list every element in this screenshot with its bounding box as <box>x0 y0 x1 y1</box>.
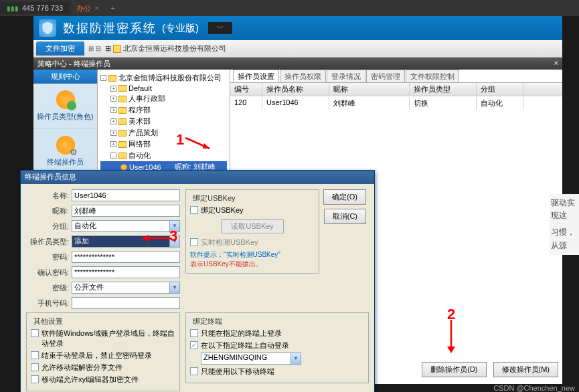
group-value: 自动化 <box>74 221 96 229</box>
tree-toggle-icon[interactable]: + <box>110 107 116 113</box>
dialog-titlebar[interactable]: 终端操作员信息 <box>21 171 374 184</box>
bottom-buttons: 删除操作员(D) 修改操作员(M) <box>422 362 558 377</box>
sidebar-item-1-label: 操作员类型(角色) <box>36 112 94 122</box>
col-group: 分组 <box>477 83 523 96</box>
toolbar-path: ⊞ 北京金恒博远科技股份有限公司 <box>105 43 226 54</box>
tab-operator-permissions[interactable]: 操作员权限 <box>280 70 326 82</box>
sidebar-item-operators[interactable]: 终端操作员 <box>33 129 97 175</box>
tree-label: 产品策划 <box>129 128 158 138</box>
modify-operator-button[interactable]: 修改操作员(M) <box>493 362 559 377</box>
tree-node[interactable]: +美术部 <box>100 116 227 127</box>
level-select[interactable]: 公开文件▼ <box>72 282 180 294</box>
bind-terminal-fieldset: 绑定终端 只能在指定的终端上登录 在以下指定终端上自动登录 ZHENGMINGQ… <box>185 312 369 383</box>
folder-icon <box>118 85 127 92</box>
chk1-label: 软件随Windows域账户登录域后，终端自动登录 <box>42 328 175 349</box>
tab-operator-settings[interactable]: 操作员设置 <box>233 70 279 82</box>
browser-tab-bar: ▮▮▮ 445 776 733 办公 × + <box>0 0 579 16</box>
bt-chk2-label: 在以下指定终端上自动登录 <box>201 340 289 351</box>
no-empty-pwd-checkbox[interactable] <box>31 351 39 359</box>
tree-toggle-icon[interactable]: - <box>110 153 116 159</box>
mobile-xyl-checkbox[interactable] <box>31 375 39 383</box>
only-terminal-checkbox[interactable] <box>190 329 198 337</box>
svg-marker-1 <box>203 143 210 149</box>
app-header: 数据防泄密系统 (专业版) ﹀ <box>33 16 562 40</box>
label-phone: 手机号码: <box>26 298 72 308</box>
tree-label: 程序部 <box>129 105 151 115</box>
label-alias: 昵称: <box>26 206 72 216</box>
level-value: 公开文件 <box>74 283 104 291</box>
folder-icon <box>118 141 127 148</box>
expand-icon[interactable]: ⊞ <box>105 44 111 53</box>
tree-node[interactable]: +Default <box>100 84 227 93</box>
folder-icon <box>113 45 121 53</box>
confirm-password-input[interactable] <box>72 266 180 278</box>
user-gear-icon <box>56 136 75 155</box>
col-id: 编号 <box>230 83 262 96</box>
tree-toggle-icon[interactable]: + <box>110 118 116 124</box>
app-title: 数据防泄密系统 <box>63 20 157 36</box>
tab-file-permissions[interactable]: 文件权限控制 <box>406 70 459 82</box>
folder-icon <box>108 75 116 82</box>
toolbar-tab-encrypt[interactable]: 文件加密 <box>36 41 84 56</box>
auto-login-terminal-checkbox[interactable] <box>190 341 198 349</box>
group-select[interactable]: 自动化▼ <box>72 220 180 232</box>
label-type: 操作员类型: <box>26 237 72 247</box>
tree-toggle-icon[interactable]: + <box>110 96 116 102</box>
tree-toggle-icon[interactable]: + <box>110 86 116 92</box>
arrow-1-icon <box>184 132 218 153</box>
side-text: 驱动实现这 习惯，从源 <box>550 194 579 255</box>
tree-node[interactable]: +人事行政部 <box>100 93 227 104</box>
tab-2-label: 办公 <box>76 3 91 13</box>
mobile-decrypt-checkbox[interactable] <box>31 363 39 371</box>
browser-tab-2[interactable]: 办公 × <box>70 1 105 15</box>
cell-group: 自动化 <box>477 97 523 110</box>
tree-node[interactable]: +程序部 <box>100 104 227 116</box>
bind-terminal-legend: 绑定终端 <box>190 316 225 326</box>
sidebar-item-roles[interactable]: 操作员类型(角色) <box>33 84 97 129</box>
tab-login-status[interactable]: 登录情况 <box>327 70 365 82</box>
cell-name: User1046 <box>262 97 329 110</box>
new-tab-button[interactable]: + <box>106 4 120 12</box>
cancel-button[interactable]: 取消(C) <box>324 209 366 224</box>
annotation-1: 1 <box>176 131 184 149</box>
delete-operator-button[interactable]: 删除操作员(D) <box>422 362 486 377</box>
phone-input[interactable] <box>72 297 180 309</box>
tree-toggle-icon[interactable]: + <box>110 130 116 136</box>
name-input[interactable] <box>72 189 180 201</box>
tree-toggle-icon[interactable]: - <box>100 75 106 81</box>
tree-label: 网络部 <box>129 139 151 149</box>
tree-root-label: 北京金恒博远科技股份有限公司 <box>118 73 222 83</box>
tree-toggle-icon[interactable]: + <box>110 141 116 147</box>
password-input[interactable] <box>72 251 180 263</box>
tree-label: 人事行政部 <box>129 94 165 104</box>
table-row[interactable]: 120 User1046 刘群峰 切换 自动化 <box>230 96 562 110</box>
tab-2-close-icon[interactable]: × <box>94 4 98 12</box>
bind-usbkey-checkbox[interactable] <box>190 206 198 214</box>
user-icon <box>120 164 127 171</box>
bt-chk3-label: 只能使用以下移动终端 <box>201 367 274 377</box>
header-dropdown[interactable]: ﹀ <box>208 22 232 34</box>
sidebar-item-2-label: 终端操作员 <box>36 157 94 167</box>
toolbar-expand-icons[interactable]: ⊞ ⊟ <box>88 45 101 52</box>
label-confirm: 确认密码: <box>26 268 72 278</box>
only-mobile-checkbox[interactable] <box>190 367 198 375</box>
annotation-2: 2 <box>447 306 455 323</box>
watermark: CSDN @Chenchen_new <box>493 384 575 392</box>
tab-1-label: 445 776 733 <box>22 4 63 12</box>
tree-root[interactable]: -北京金恒博远科技股份有限公司 <box>100 72 227 84</box>
tree-label: Default <box>129 84 152 92</box>
read-usbkey-button: 读取USBKey <box>221 219 284 233</box>
type-value: 添加 <box>74 237 89 245</box>
col-name: 操作员名称 <box>262 83 329 96</box>
panel-close-icon[interactable]: × <box>554 59 558 68</box>
usbkey-hint: 软件提示："实时检测USBKey"表示USBKey不能拔出。 <box>190 250 315 269</box>
terminal-select[interactable]: ZHENGMINGQING▼ <box>201 353 301 365</box>
ok-button[interactable]: 确定(O) <box>323 189 366 205</box>
tab-password-mgmt[interactable]: 密码管理 <box>366 70 405 82</box>
browser-tab-1[interactable]: ▮▮▮ 445 776 733 <box>0 2 70 14</box>
cell-alias: 刘群峰 <box>329 97 410 110</box>
cell-type: 切换 <box>410 97 477 110</box>
domain-login-checkbox[interactable] <box>31 329 39 337</box>
alias-input[interactable] <box>72 205 180 217</box>
terminal-value: ZHENGMINGQING <box>203 353 267 361</box>
